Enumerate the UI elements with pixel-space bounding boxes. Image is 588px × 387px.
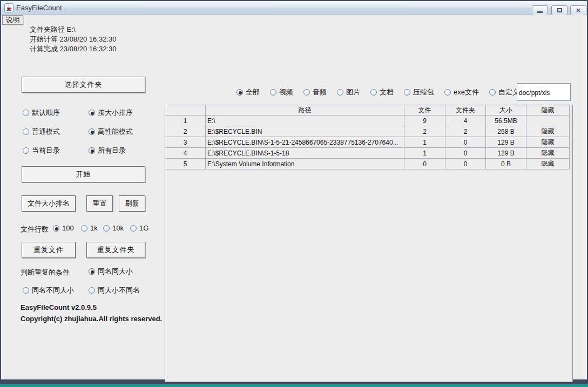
header-folders[interactable]: 文件夹 xyxy=(445,105,486,116)
java-app-icon xyxy=(4,3,13,12)
radio-icon xyxy=(89,287,95,294)
radio-same-size-diff-name[interactable]: 同大小不同名 xyxy=(89,286,140,294)
cell-files: 2 xyxy=(404,126,445,137)
cell-path: E:\$RECYCLE.BIN\S-1-5-18 xyxy=(206,148,404,159)
cell-index: 5 xyxy=(165,159,206,169)
radio-lines-1k[interactable]: 1k xyxy=(81,224,98,232)
start-button[interactable]: 开始 xyxy=(22,166,145,182)
cell-index: 2 xyxy=(165,126,206,137)
radio-icon xyxy=(236,89,243,96)
radio-filter-video[interactable]: 视频 xyxy=(270,88,293,96)
cell-path: E:\System Volume Information xyxy=(206,159,404,169)
radio-icon xyxy=(444,89,451,96)
cell-hidden: 隐藏 xyxy=(526,126,570,137)
radio-lines-10k[interactable]: 10k xyxy=(103,224,124,232)
minimize-button[interactable] xyxy=(532,5,548,15)
select-folder-button[interactable]: 选择文件夹 xyxy=(22,77,145,93)
radio-icon xyxy=(130,225,137,232)
cell-hidden: 隐藏 xyxy=(526,159,570,169)
cell-files: 1 xyxy=(404,148,445,159)
table-row[interactable]: 2 E:\$RECYCLE.BIN 2 2 258 B 隐藏 xyxy=(165,126,570,137)
info-start-time: 开始计算 23/08/20 16:32:30 xyxy=(30,35,116,44)
cell-folders: 2 xyxy=(445,126,486,137)
header-index[interactable] xyxy=(165,105,206,116)
radio-icon xyxy=(303,89,310,96)
radio-all-directories[interactable]: 所有目录 xyxy=(89,146,126,154)
radio-filter-archive[interactable]: 压缩包 xyxy=(404,88,434,96)
radio-lines-1g[interactable]: 1G xyxy=(130,224,148,232)
radio-default-order[interactable]: 默认顺序 xyxy=(23,108,60,117)
table-row[interactable]: 5 E:\System Volume Information 0 0 0 B 隐… xyxy=(165,159,570,169)
header-files[interactable]: 文件 xyxy=(404,105,445,116)
table-header-row: 路径 文件 文件夹 大小 隐藏 xyxy=(165,105,570,116)
cell-folders: 4 xyxy=(445,116,486,126)
table-row[interactable]: 3 E:\$RECYCLE.BIN\S-1-5-21-2458667065-23… xyxy=(165,137,570,148)
radio-icon xyxy=(404,89,410,96)
bottom-accent-strip xyxy=(0,384,588,387)
cell-hidden: 隐藏 xyxy=(526,148,570,159)
duplicate-files-button[interactable]: 重复文件 xyxy=(22,242,76,258)
cell-folders: 0 xyxy=(445,159,486,169)
radio-icon xyxy=(89,147,95,154)
radio-icon xyxy=(23,287,29,294)
copyright-text: Copyright(c) zhujiahua.All rights reserv… xyxy=(21,315,162,323)
header-path[interactable]: 路径 xyxy=(206,105,404,116)
menu-item-help[interactable]: 说明 xyxy=(2,15,23,25)
radio-icon xyxy=(270,89,276,96)
header-hidden[interactable]: 隐藏 xyxy=(526,105,570,116)
duplicate-folders-button[interactable]: 重复文件夹 xyxy=(86,242,145,258)
refresh-button[interactable]: 刷新 xyxy=(119,195,145,212)
radio-icon xyxy=(81,225,87,232)
radio-icon xyxy=(370,89,377,96)
header-size[interactable]: 大小 xyxy=(486,105,526,116)
radio-filter-all[interactable]: 全部 xyxy=(236,88,260,96)
table-row[interactable]: 1 E:\ 9 4 56.5MB xyxy=(165,116,570,126)
maximize-icon xyxy=(557,8,562,12)
radio-icon xyxy=(89,110,95,116)
cell-path: E:\$RECYCLE.BIN\S-1-5-21-2458667065-2338… xyxy=(206,137,404,148)
cell-folders: 0 xyxy=(445,137,486,148)
cell-size: 258 B xyxy=(486,126,526,137)
close-icon: ✕ xyxy=(576,8,580,13)
table-row[interactable]: 4 E:\$RECYCLE.BIN\S-1-5-18 1 0 129 B 隐藏 xyxy=(165,148,570,159)
radio-icon xyxy=(23,147,29,154)
cell-size: 129 B xyxy=(486,148,526,159)
cell-files: 1 xyxy=(404,137,445,148)
radio-filter-document[interactable]: 文档 xyxy=(370,88,394,96)
info-folder-path: 文件夹路径 E:\ xyxy=(30,25,76,35)
radio-lines-100[interactable]: 100 xyxy=(53,224,74,232)
radio-filter-audio[interactable]: 音频 xyxy=(303,88,327,96)
window-content: 说明 文件夹路径 E:\ 开始计算 23/08/20 16:32:30 计算完成… xyxy=(1,15,587,379)
radio-current-directory[interactable]: 当前目录 xyxy=(23,146,60,154)
app-window: EasyFileCount ✕ 说明 文件夹路径 E:\ 开始计算 23/08/… xyxy=(0,0,588,387)
cell-index: 3 xyxy=(165,137,206,148)
close-button[interactable]: ✕ xyxy=(570,5,586,15)
radio-icon xyxy=(103,225,110,232)
radio-filter-custom[interactable]: 自定义 xyxy=(489,88,519,96)
cell-index: 1 xyxy=(165,116,206,126)
file-type-filter-bar: 全部 视频 音频 图片 文档 压缩包 xyxy=(236,88,519,96)
maximize-button[interactable] xyxy=(551,5,567,15)
cell-files: 9 xyxy=(404,116,445,126)
reset-button[interactable]: 重置 xyxy=(86,195,113,212)
results-table-pane[interactable]: 路径 文件 文件夹 大小 隐藏 1 E:\ 9 4 56.5MB xyxy=(165,105,573,382)
minimize-icon xyxy=(537,11,543,13)
radio-icon xyxy=(337,89,343,96)
radio-normal-mode[interactable]: 普通模式 xyxy=(23,127,60,135)
cell-size: 129 B xyxy=(486,137,526,148)
cell-hidden xyxy=(526,116,570,126)
window-title: EasyFileCount xyxy=(16,4,62,12)
title-bar[interactable]: EasyFileCount ✕ xyxy=(1,1,587,15)
radio-high-performance-mode[interactable]: 高性能模式 xyxy=(89,127,133,135)
app-version: EasyFileCount v2.0.9.5 xyxy=(21,303,97,311)
cell-path: E:\ xyxy=(206,116,404,126)
file-size-rank-button[interactable]: 文件大小排名 xyxy=(22,195,76,212)
radio-filter-image[interactable]: 图片 xyxy=(337,88,360,96)
radio-same-name-same-size[interactable]: 同名同大小 xyxy=(89,267,133,275)
radio-same-name-diff-size[interactable]: 同名不同大小 xyxy=(23,286,74,294)
radio-sort-by-size[interactable]: 按大小排序 xyxy=(89,108,133,117)
radio-filter-exe[interactable]: exe文件 xyxy=(444,88,479,96)
custom-extensions-input[interactable] xyxy=(517,83,571,101)
radio-icon xyxy=(23,128,29,135)
cell-size: 56.5MB xyxy=(486,116,526,126)
